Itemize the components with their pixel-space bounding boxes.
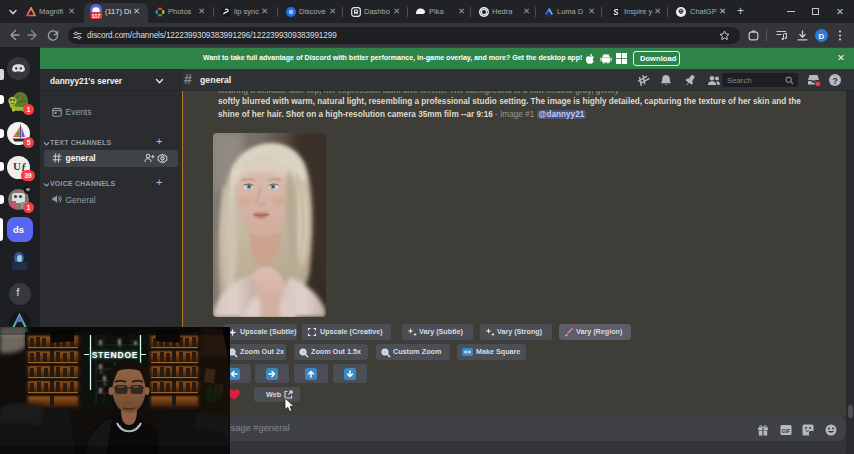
svg-text:STENDOE: STENDOE <box>92 350 139 360</box>
svg-text:117: 117 <box>92 13 101 19</box>
svg-text:GIF: GIF <box>782 427 790 433</box>
